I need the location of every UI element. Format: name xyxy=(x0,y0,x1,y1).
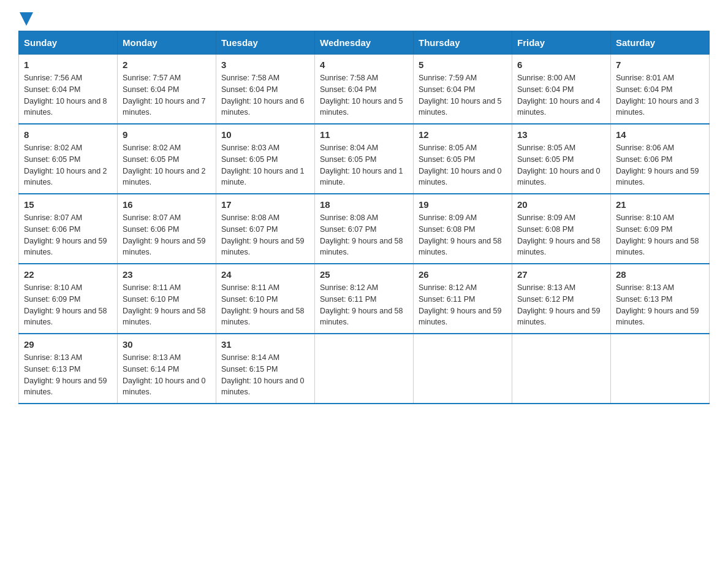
day-number: 27 xyxy=(517,269,605,280)
logo-triangle-icon xyxy=(20,12,33,26)
day-info: Sunrise: 8:11 AMSunset: 6:10 PMDaylight:… xyxy=(123,283,206,326)
weekday-header-monday: Monday xyxy=(118,31,216,55)
day-info: Sunrise: 8:13 AMSunset: 6:13 PMDaylight:… xyxy=(24,353,107,396)
calendar-cell: 24 Sunrise: 8:11 AMSunset: 6:10 PMDaylig… xyxy=(216,264,315,334)
calendar-cell xyxy=(315,334,414,404)
day-number: 18 xyxy=(320,199,408,210)
calendar-cell: 28 Sunrise: 8:13 AMSunset: 6:13 PMDaylig… xyxy=(611,264,710,334)
weekday-header-tuesday: Tuesday xyxy=(216,31,315,55)
week-row-1: 1 Sunrise: 7:56 AMSunset: 6:04 PMDayligh… xyxy=(19,55,710,124)
day-number: 3 xyxy=(221,59,309,70)
day-info: Sunrise: 8:12 AMSunset: 6:11 PMDaylight:… xyxy=(419,283,502,326)
page-header xyxy=(18,12,710,25)
day-number: 22 xyxy=(24,269,112,280)
day-info: Sunrise: 8:12 AMSunset: 6:11 PMDaylight:… xyxy=(320,283,403,326)
calendar-cell: 13 Sunrise: 8:05 AMSunset: 6:05 PMDaylig… xyxy=(512,124,611,194)
day-info: Sunrise: 7:59 AMSunset: 6:04 PMDaylight:… xyxy=(419,74,502,117)
calendar-cell: 23 Sunrise: 8:11 AMSunset: 6:10 PMDaylig… xyxy=(118,264,216,334)
calendar-cell: 7 Sunrise: 8:01 AMSunset: 6:04 PMDayligh… xyxy=(611,55,710,124)
day-info: Sunrise: 8:13 AMSunset: 6:14 PMDaylight:… xyxy=(123,353,206,396)
day-number: 14 xyxy=(616,129,704,140)
day-info: Sunrise: 8:06 AMSunset: 6:06 PMDaylight:… xyxy=(616,144,699,186)
day-info: Sunrise: 7:58 AMSunset: 6:04 PMDaylight:… xyxy=(320,74,403,117)
calendar-cell: 11 Sunrise: 8:04 AMSunset: 6:05 PMDaylig… xyxy=(315,124,414,194)
day-info: Sunrise: 8:14 AMSunset: 6:15 PMDaylight:… xyxy=(221,353,305,396)
day-number: 30 xyxy=(123,339,211,350)
weekday-header-wednesday: Wednesday xyxy=(315,31,414,55)
day-info: Sunrise: 8:13 AMSunset: 6:12 PMDaylight:… xyxy=(517,283,601,326)
day-number: 5 xyxy=(419,59,507,70)
calendar-cell: 27 Sunrise: 8:13 AMSunset: 6:12 PMDaylig… xyxy=(512,264,611,334)
day-info: Sunrise: 8:08 AMSunset: 6:07 PMDaylight:… xyxy=(320,213,403,256)
calendar-cell xyxy=(611,334,710,404)
calendar-cell: 25 Sunrise: 8:12 AMSunset: 6:11 PMDaylig… xyxy=(315,264,414,334)
day-number: 16 xyxy=(123,199,211,210)
day-info: Sunrise: 8:07 AMSunset: 6:06 PMDaylight:… xyxy=(24,213,107,256)
calendar-cell xyxy=(414,334,512,404)
day-number: 4 xyxy=(320,59,408,70)
day-number: 25 xyxy=(320,269,408,280)
day-info: Sunrise: 8:13 AMSunset: 6:13 PMDaylight:… xyxy=(616,283,699,326)
weekday-header-saturday: Saturday xyxy=(611,31,710,55)
day-number: 12 xyxy=(419,129,507,140)
day-number: 21 xyxy=(616,199,704,210)
calendar-cell: 22 Sunrise: 8:10 AMSunset: 6:09 PMDaylig… xyxy=(19,264,118,334)
day-number: 20 xyxy=(517,199,605,210)
day-number: 1 xyxy=(24,59,112,70)
weekday-header-friday: Friday xyxy=(512,31,611,55)
day-number: 6 xyxy=(517,59,605,70)
calendar-cell: 20 Sunrise: 8:09 AMSunset: 6:08 PMDaylig… xyxy=(512,194,611,264)
svg-marker-0 xyxy=(20,12,33,26)
calendar-cell: 19 Sunrise: 8:09 AMSunset: 6:08 PMDaylig… xyxy=(414,194,512,264)
calendar-cell: 17 Sunrise: 8:08 AMSunset: 6:07 PMDaylig… xyxy=(216,194,315,264)
calendar-cell: 26 Sunrise: 8:12 AMSunset: 6:11 PMDaylig… xyxy=(414,264,512,334)
calendar-cell: 14 Sunrise: 8:06 AMSunset: 6:06 PMDaylig… xyxy=(611,124,710,194)
logo xyxy=(18,12,33,25)
day-number: 10 xyxy=(221,129,309,140)
calendar-cell: 29 Sunrise: 8:13 AMSunset: 6:13 PMDaylig… xyxy=(19,334,118,404)
calendar-cell: 15 Sunrise: 8:07 AMSunset: 6:06 PMDaylig… xyxy=(19,194,118,264)
day-number: 17 xyxy=(221,199,309,210)
week-row-3: 15 Sunrise: 8:07 AMSunset: 6:06 PMDaylig… xyxy=(19,194,710,264)
day-info: Sunrise: 8:02 AMSunset: 6:05 PMDaylight:… xyxy=(24,144,107,186)
day-info: Sunrise: 8:07 AMSunset: 6:06 PMDaylight:… xyxy=(123,213,206,256)
day-info: Sunrise: 8:00 AMSunset: 6:04 PMDaylight:… xyxy=(517,74,601,117)
day-info: Sunrise: 8:04 AMSunset: 6:05 PMDaylight:… xyxy=(320,144,403,186)
day-number: 9 xyxy=(123,129,211,140)
day-info: Sunrise: 7:58 AMSunset: 6:04 PMDaylight:… xyxy=(221,74,305,117)
calendar-table: SundayMondayTuesdayWednesdayThursdayFrid… xyxy=(18,31,710,404)
week-row-2: 8 Sunrise: 8:02 AMSunset: 6:05 PMDayligh… xyxy=(19,124,710,194)
day-info: Sunrise: 8:09 AMSunset: 6:08 PMDaylight:… xyxy=(419,213,502,256)
calendar-cell xyxy=(512,334,611,404)
calendar-cell: 30 Sunrise: 8:13 AMSunset: 6:14 PMDaylig… xyxy=(118,334,216,404)
day-number: 7 xyxy=(616,59,704,70)
day-info: Sunrise: 7:57 AMSunset: 6:04 PMDaylight:… xyxy=(123,74,206,117)
weekday-header-sunday: Sunday xyxy=(19,31,118,55)
weekday-header-row: SundayMondayTuesdayWednesdayThursdayFrid… xyxy=(19,31,710,55)
day-number: 13 xyxy=(517,129,605,140)
day-number: 26 xyxy=(419,269,507,280)
day-info: Sunrise: 8:01 AMSunset: 6:04 PMDaylight:… xyxy=(616,74,699,117)
calendar-cell: 31 Sunrise: 8:14 AMSunset: 6:15 PMDaylig… xyxy=(216,334,315,404)
day-number: 24 xyxy=(221,269,309,280)
calendar-cell: 1 Sunrise: 7:56 AMSunset: 6:04 PMDayligh… xyxy=(19,55,118,124)
day-info: Sunrise: 8:10 AMSunset: 6:09 PMDaylight:… xyxy=(24,283,107,326)
day-info: Sunrise: 8:03 AMSunset: 6:05 PMDaylight:… xyxy=(221,144,305,186)
calendar-cell: 4 Sunrise: 7:58 AMSunset: 6:04 PMDayligh… xyxy=(315,55,414,124)
calendar-cell: 6 Sunrise: 8:00 AMSunset: 6:04 PMDayligh… xyxy=(512,55,611,124)
calendar-cell: 21 Sunrise: 8:10 AMSunset: 6:09 PMDaylig… xyxy=(611,194,710,264)
week-row-5: 29 Sunrise: 8:13 AMSunset: 6:13 PMDaylig… xyxy=(19,334,710,404)
calendar-cell: 5 Sunrise: 7:59 AMSunset: 6:04 PMDayligh… xyxy=(414,55,512,124)
day-number: 31 xyxy=(221,339,309,350)
day-info: Sunrise: 8:11 AMSunset: 6:10 PMDaylight:… xyxy=(221,283,305,326)
day-info: Sunrise: 8:10 AMSunset: 6:09 PMDaylight:… xyxy=(616,213,699,256)
week-row-4: 22 Sunrise: 8:10 AMSunset: 6:09 PMDaylig… xyxy=(19,264,710,334)
calendar-cell: 12 Sunrise: 8:05 AMSunset: 6:05 PMDaylig… xyxy=(414,124,512,194)
day-info: Sunrise: 7:56 AMSunset: 6:04 PMDaylight:… xyxy=(24,74,107,117)
calendar-cell: 9 Sunrise: 8:02 AMSunset: 6:05 PMDayligh… xyxy=(118,124,216,194)
day-info: Sunrise: 8:05 AMSunset: 6:05 PMDaylight:… xyxy=(517,144,601,186)
day-number: 15 xyxy=(24,199,112,210)
day-number: 28 xyxy=(616,269,704,280)
calendar-cell: 2 Sunrise: 7:57 AMSunset: 6:04 PMDayligh… xyxy=(118,55,216,124)
day-info: Sunrise: 8:09 AMSunset: 6:08 PMDaylight:… xyxy=(517,213,601,256)
